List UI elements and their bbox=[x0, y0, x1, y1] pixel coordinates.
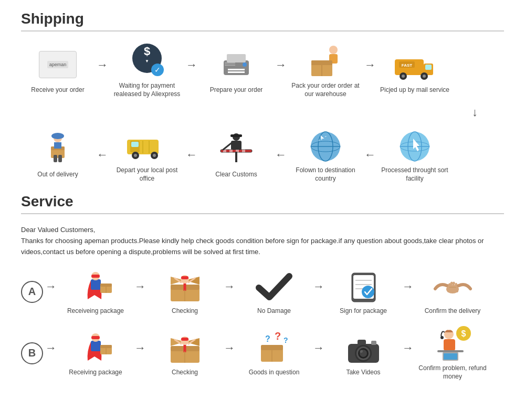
receive-label: Receive your order bbox=[31, 86, 84, 94]
service-item-refund: $ C bbox=[416, 326, 489, 381]
sign-label: Sign for package bbox=[340, 307, 387, 316]
svg-rect-33 bbox=[58, 155, 62, 162]
flow-item-receive: apeman Receive your order bbox=[21, 46, 94, 94]
svg-rect-8 bbox=[228, 71, 245, 73]
svg-rect-51 bbox=[242, 150, 245, 152]
shipping-title: Shipping bbox=[21, 10, 504, 27]
camera-label: Take Videos bbox=[346, 369, 380, 377]
truck-icon-box: FAST bbox=[394, 46, 436, 83]
arrow-b1: → bbox=[132, 341, 148, 355]
service-title: Service bbox=[21, 193, 504, 210]
flow-item-sort: Processed throught sort facility bbox=[378, 127, 452, 183]
printer-icon-box bbox=[215, 46, 257, 83]
sort-svg bbox=[396, 128, 433, 162]
question-box-icon: ? ? ? bbox=[253, 330, 295, 366]
svg-text:FAST: FAST bbox=[402, 63, 413, 68]
svg-rect-97 bbox=[181, 338, 188, 341]
service-flow: A → bbox=[21, 268, 504, 381]
svg-text:▼: ▼ bbox=[145, 59, 149, 64]
receive-a-label: Receiveing package bbox=[67, 307, 124, 316]
svg-rect-75 bbox=[181, 276, 188, 279]
destination-label: Folown to destination country bbox=[289, 166, 362, 183]
box-check-b-svg bbox=[165, 330, 205, 366]
svg-rect-11 bbox=[225, 65, 235, 66]
truck-svg: FAST bbox=[394, 49, 436, 80]
flow-item-payment: $ ▼ ✓ Waiting for payment realeased by A… bbox=[110, 42, 184, 98]
arrow-4: → bbox=[362, 58, 378, 72]
handshake-icon bbox=[432, 268, 474, 305]
camera-icon bbox=[342, 330, 384, 366]
box-check-a-svg bbox=[165, 269, 205, 304]
svg-rect-31 bbox=[54, 142, 61, 149]
receive-b-label: Receiving package bbox=[69, 369, 122, 377]
shipping-row-1: apeman Receive your order → $ ▼ ✓ bbox=[21, 42, 504, 98]
arrow-a1: → bbox=[132, 280, 148, 293]
svg-point-115 bbox=[360, 350, 363, 353]
pack-icon-box bbox=[304, 42, 346, 79]
out-delivery-label: Out of delivery bbox=[37, 171, 78, 179]
delivery-man-icon bbox=[37, 131, 79, 167]
refund-label: Confirm problem, refund money bbox=[416, 364, 489, 381]
globe-plane-icon bbox=[304, 127, 346, 163]
svg-rect-36 bbox=[131, 142, 139, 147]
svg-rect-32 bbox=[54, 155, 57, 162]
superhero-b-svg bbox=[76, 330, 116, 366]
customs-svg bbox=[218, 132, 255, 166]
flow-item-pack: Pack your order order at our warehouse bbox=[289, 42, 362, 98]
svg-rect-119 bbox=[444, 339, 455, 351]
clipboard-svg bbox=[344, 269, 383, 304]
flow-item-prepare: Prepare your order bbox=[200, 46, 273, 94]
svg-point-24 bbox=[402, 75, 405, 78]
check-a-label: Checking bbox=[172, 307, 198, 316]
svg-rect-114 bbox=[371, 341, 376, 345]
arrow-a4: → bbox=[400, 280, 416, 293]
flow-item-customs: Clear Customs bbox=[200, 131, 273, 179]
depart-label: Depart your local post office bbox=[110, 166, 184, 183]
arrow-6: ← bbox=[184, 148, 200, 162]
service-item-receive-a: Receiveing package bbox=[59, 268, 132, 316]
pickup-label: Picjed up by mail service bbox=[380, 86, 449, 94]
check-b-label: Checking bbox=[172, 369, 198, 377]
customs-icon bbox=[215, 131, 257, 167]
svg-rect-66 bbox=[91, 279, 101, 290]
service-item-camera: Take Videos bbox=[327, 330, 400, 377]
row-b-label: B bbox=[21, 342, 43, 364]
goods-question-label: Goods in question bbox=[249, 369, 300, 377]
svg-rect-6 bbox=[227, 54, 246, 62]
svg-rect-120 bbox=[437, 350, 464, 352]
svg-point-38 bbox=[134, 154, 137, 157]
box-check-b-icon bbox=[164, 330, 206, 366]
svg-point-86 bbox=[446, 285, 459, 293]
yellow-truck-icon bbox=[126, 127, 168, 163]
service-row-a: A → bbox=[21, 268, 504, 316]
service-item-check-a: Checking bbox=[148, 268, 222, 316]
svg-text:$: $ bbox=[144, 45, 150, 58]
flow-item-out-delivery: Out of delivery bbox=[21, 131, 94, 179]
service-item-check-b: Checking bbox=[148, 330, 222, 377]
pack-svg bbox=[307, 44, 344, 78]
arrow-down: ↓ bbox=[21, 106, 509, 119]
shipping-section: Shipping apeman Receive your order → bbox=[21, 10, 504, 183]
description-text: Thanks for choosing apeman products.Plea… bbox=[21, 236, 504, 258]
refund-svg: $ bbox=[433, 326, 472, 362]
svg-point-123 bbox=[440, 336, 444, 339]
svg-rect-44 bbox=[230, 134, 242, 137]
flow-item-pickup: FAST Picjed up by mail service bbox=[378, 46, 452, 94]
printer-svg bbox=[218, 49, 254, 80]
no-damage-label: No Damage bbox=[257, 307, 291, 316]
globe-plane-svg bbox=[307, 128, 344, 162]
yellow-truck-svg bbox=[126, 129, 168, 161]
svg-rect-113 bbox=[358, 340, 366, 345]
flow-item-depart: Depart your local post office bbox=[110, 127, 184, 183]
svg-text:?: ? bbox=[284, 336, 288, 344]
customs-label: Clear Customs bbox=[215, 171, 257, 179]
svg-point-40 bbox=[153, 154, 156, 157]
receive-icon: apeman bbox=[37, 46, 79, 83]
confirm-label: Confirm the delivery bbox=[425, 307, 481, 316]
checkmark-svg bbox=[255, 269, 294, 304]
payment-svg: $ ▼ ✓ bbox=[129, 44, 165, 78]
question-svg: ? ? ? bbox=[255, 330, 294, 366]
box-check-a-icon bbox=[164, 268, 206, 305]
arrow-a3: → bbox=[311, 280, 327, 293]
svg-rect-10 bbox=[225, 62, 235, 64]
